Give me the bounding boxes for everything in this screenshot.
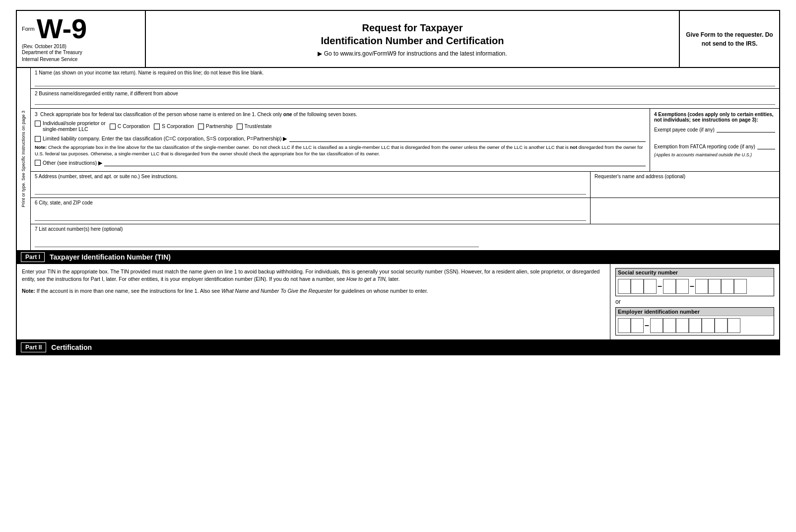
- form-header: Form W-9 (Rev. October 2018) Department …: [17, 11, 779, 68]
- fatca-field: Exemption from FATCA reporting code (if …: [654, 142, 775, 149]
- ein-cell-9[interactable]: [728, 318, 740, 333]
- line6-row: 6 City, state, and ZIP code: [31, 198, 779, 224]
- title-line2: Identification Number and Certification: [321, 35, 504, 46]
- requester-section: Requester's name and address (optional): [591, 172, 779, 198]
- part2-header: Part II Certification: [17, 340, 779, 354]
- form-number: W-9: [37, 15, 87, 43]
- checkbox-s-corp: S Corporation: [154, 123, 194, 130]
- checkbox-individual-box[interactable]: [35, 121, 41, 127]
- checkbox-trust-label: Trust/estate: [245, 123, 272, 129]
- ssn-cell-1[interactable]: [618, 279, 631, 294]
- line5-row: 5 Address (number, street, and apt. or s…: [31, 172, 779, 198]
- goto-text: ▶ Go to www.irs.gov/FormW9 for instructi…: [156, 50, 669, 57]
- dept-line2: Internal Revenue Service: [22, 56, 140, 63]
- llc-row: Limited liability company. Enter the tax…: [35, 135, 646, 142]
- ein-cell-8[interactable]: [715, 318, 728, 333]
- ssn-cell-6[interactable]: [695, 279, 708, 294]
- line7-row: 7 List account number(s) here (optional): [31, 224, 779, 250]
- form-center-header: Request for Taxpayer Identification Numb…: [146, 11, 680, 67]
- part1-header: Part I Taxpayer Identification Number (T…: [17, 250, 779, 264]
- form-sidebar: Print or type. See Specific Instructions…: [17, 68, 31, 250]
- city-left: 6 City, state, and ZIP code: [31, 198, 591, 224]
- requester-label: Requester's name and address (optional): [595, 174, 775, 179]
- ssn-cell-8[interactable]: [721, 279, 734, 294]
- ssn-cell-9[interactable]: [734, 279, 747, 294]
- exemptions-section: 4 Exemptions (codes apply only to certai…: [650, 109, 779, 171]
- checkbox-llc-box[interactable]: [35, 136, 41, 142]
- or-text: or: [615, 298, 774, 305]
- ein-cell-5[interactable]: [676, 318, 689, 333]
- fatca-input[interactable]: [757, 142, 775, 149]
- line3-exemptions-row: 3 Check appropriate box for federal tax …: [31, 109, 779, 172]
- checkbox-other-box[interactable]: [35, 160, 41, 166]
- form-revision: (Rev. October 2018): [22, 44, 140, 49]
- ssn-cell-4[interactable]: [663, 279, 676, 294]
- form-body: Print or type. See Specific Instructions…: [17, 68, 779, 250]
- part2-title: Certification: [51, 343, 92, 351]
- ein-cell-3[interactable]: [650, 318, 663, 333]
- checkbox-trust: Trust/estate: [237, 123, 272, 130]
- ssn-cell-7[interactable]: [708, 279, 721, 294]
- line7-input[interactable]: [35, 240, 479, 247]
- checkbox-partnership: Partnership: [198, 123, 233, 130]
- ssn-dash-2: –: [689, 282, 695, 291]
- fatca-label: Exemption from FATCA reporting code (if …: [654, 144, 755, 149]
- applies-text: (Applies to accounts maintained outside …: [654, 152, 775, 157]
- exempt-payee-label: Exempt payee code (if any): [654, 127, 715, 133]
- ssn-grid: – –: [616, 277, 774, 296]
- ein-box: Employer identification number –: [615, 307, 774, 335]
- checkbox-c-corp-label: C Corporation: [118, 123, 150, 129]
- part1-body-text: Enter your TIN in the appropriate box. T…: [22, 268, 605, 284]
- form-department: Department of the Treasury Internal Reve…: [22, 49, 140, 63]
- ssn-label: Social security number: [616, 268, 774, 277]
- exempt-payee-input[interactable]: [717, 126, 775, 133]
- checkbox-partnership-box[interactable]: [198, 124, 204, 130]
- ein-label: Employer identification number: [616, 308, 774, 316]
- form-word: Form: [22, 26, 35, 32]
- ssn-dash-1: –: [657, 282, 663, 291]
- part1-tin-boxes: Social security number – – or: [610, 264, 779, 339]
- part1-text: Enter your TIN in the appropriate box. T…: [17, 264, 610, 339]
- ein-cell-7[interactable]: [702, 318, 715, 333]
- ein-cell-1[interactable]: [618, 318, 631, 333]
- dept-line1: Department of the Treasury: [22, 49, 140, 56]
- ssn-cell-2[interactable]: [631, 279, 644, 294]
- checkbox-s-corp-box[interactable]: [154, 124, 160, 130]
- exempt-payee-field: Exempt payee code (if any): [654, 126, 775, 133]
- line7-label: 7 List account number(s) here (optional): [35, 226, 775, 232]
- ssn-box: Social security number – –: [615, 268, 774, 296]
- ein-grid: –: [616, 316, 774, 335]
- note-label: Note:: [35, 144, 47, 150]
- part1-note: Note: If the account is in more than one…: [22, 287, 605, 295]
- ssn-cell-3[interactable]: [644, 279, 657, 294]
- line2-input[interactable]: [35, 97, 775, 105]
- line5-input[interactable]: [35, 187, 586, 195]
- ein-cell-6[interactable]: [689, 318, 702, 333]
- line5-label: 5 Address (number, street, and apt. or s…: [35, 174, 586, 179]
- title-line1: Request for Taxpayer: [362, 22, 463, 33]
- other-input-line: [104, 159, 646, 166]
- ein-dash: –: [644, 321, 650, 330]
- form-title-block: Form W-9: [22, 15, 140, 43]
- checkbox-trust-box[interactable]: [237, 124, 243, 130]
- llc-input-line: [289, 135, 646, 142]
- line3-label: 3 Check appropriate box for federal tax …: [35, 112, 646, 117]
- checkbox-c-corp: C Corporation: [110, 123, 150, 130]
- part2-label: Part II: [21, 342, 46, 352]
- part1-label: Part I: [21, 252, 45, 262]
- other-row: Other (see instructions) ▶: [35, 159, 646, 166]
- line1-input[interactable]: [35, 76, 775, 86]
- form-fields: 1 Name (as shown on your income tax retu…: [31, 68, 779, 250]
- give-form-text: Give Form to the requester. Do not send …: [680, 11, 779, 67]
- line6-label: 6 City, state, and ZIP code: [35, 200, 586, 205]
- line6-input[interactable]: [35, 213, 586, 221]
- exemptions-title: 4 Exemptions (codes apply only to certai…: [654, 112, 775, 123]
- tax-classification-checkboxes: Individual/sole proprietor or single-mem…: [35, 120, 646, 132]
- ein-cell-4[interactable]: [663, 318, 676, 333]
- ein-cell-2[interactable]: [631, 318, 644, 333]
- checkbox-c-corp-box[interactable]: [110, 124, 116, 130]
- form-id-section: Form W-9 (Rev. October 2018) Department …: [17, 11, 146, 67]
- checkbox-individual: Individual/sole proprietor or single-mem…: [35, 120, 106, 132]
- ssn-cell-5[interactable]: [676, 279, 689, 294]
- part1-body: Enter your TIN in the appropriate box. T…: [17, 264, 779, 340]
